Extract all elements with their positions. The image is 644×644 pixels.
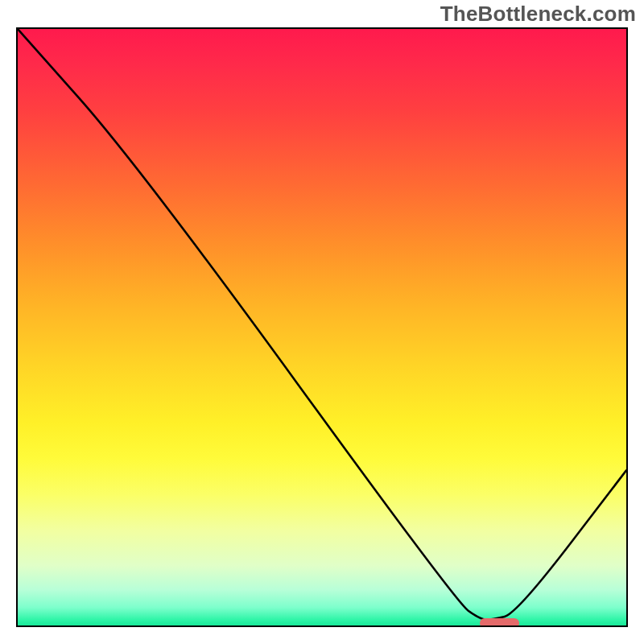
watermark-text: TheBottleneck.com: [440, 2, 636, 27]
plot-area: [16, 27, 628, 627]
chart-container: TheBottleneck.com: [0, 0, 644, 644]
optimal-range-marker: [480, 618, 519, 627]
bottleneck-curve: [18, 29, 626, 625]
